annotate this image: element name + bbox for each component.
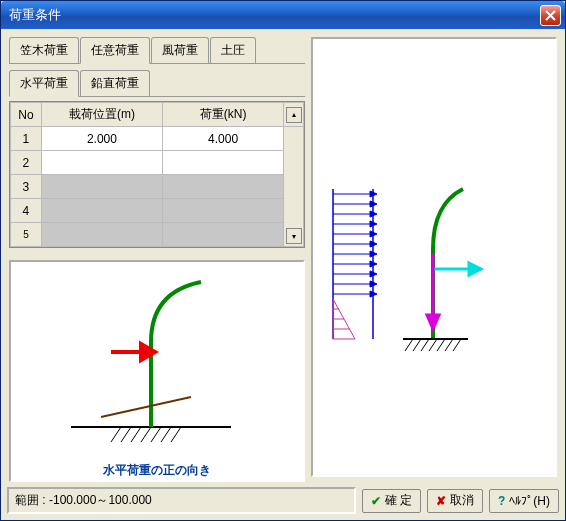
right-diagram-svg [313,39,543,475]
cell-pos-5[interactable] [41,223,162,247]
tab-kaze[interactable]: 風荷重 [151,37,209,63]
cross-icon: ✘ [436,494,446,508]
svg-line-6 [161,427,171,442]
tab-doatsu[interactable]: 土圧 [210,37,256,63]
table-row: 5 [11,223,304,247]
left-diagram-svg [11,262,303,456]
cell-pos-4[interactable] [41,199,162,223]
svg-marker-40 [469,263,481,275]
subtab-vertical[interactable]: 鉛直荷重 [80,70,150,96]
scrollbar-track[interactable]: ▾ [284,127,304,247]
cell-load-1[interactable]: 4.000 [162,127,283,151]
table-row: 1 2.000 4.000 ▾ [11,127,304,151]
svg-line-44 [405,339,413,351]
main-tabs: 笠木荷重 任意荷重 風荷重 土圧 [9,37,305,64]
window-title: 荷重条件 [9,6,540,24]
col-no: No [11,103,42,127]
tab-kasagi[interactable]: 笠木荷重 [9,37,79,63]
sub-tabs: 水平荷重 鉛直荷重 [9,70,305,97]
close-button[interactable] [540,5,561,26]
left-diagram: 水平荷重の正の向き [9,260,305,482]
cancel-button[interactable]: ✘取消 [427,489,483,513]
svg-line-3 [131,427,141,442]
cell-load-2[interactable] [162,151,283,175]
svg-line-48 [437,339,445,351]
cell-pos-1[interactable]: 2.000 [41,127,162,151]
confirm-button[interactable]: ✔確 定 [362,489,421,513]
subtab-horizontal[interactable]: 水平荷重 [9,70,79,97]
svg-line-46 [421,339,429,351]
svg-line-47 [429,339,437,351]
table-row: 3 [11,175,304,199]
cell-load-5[interactable] [162,223,283,247]
svg-line-5 [151,427,161,442]
check-icon: ✔ [371,494,381,508]
close-icon [545,10,556,21]
col-load: 荷重(kN) [162,103,283,127]
svg-line-49 [445,339,453,351]
svg-line-1 [111,427,121,442]
svg-marker-42 [427,315,439,329]
svg-line-8 [101,397,191,417]
scroll-up[interactable]: ▴ [286,107,302,123]
help-icon: ? [498,494,505,508]
tab-nini[interactable]: 任意荷重 [80,37,150,64]
cell-load-4[interactable] [162,199,283,223]
col-pos: 載荷位置(m) [41,103,162,127]
svg-line-4 [141,427,151,442]
left-diagram-caption: 水平荷重の正の向き [11,456,303,485]
help-button[interactable]: ?ﾍﾙﾌﾟ(H) [489,489,559,513]
table-row: 2 [11,151,304,175]
svg-line-45 [413,339,421,351]
scroll-down[interactable]: ▾ [286,228,302,244]
right-diagram [311,37,557,477]
cell-load-3[interactable] [162,175,283,199]
svg-line-2 [121,427,131,442]
table-row: 4 [11,199,304,223]
cell-pos-3[interactable] [41,175,162,199]
scroll-col: ▴ [284,103,304,127]
range-display: 範囲 : -100.000～100.000 [7,487,356,514]
svg-line-7 [171,427,181,442]
cell-pos-2[interactable] [41,151,162,175]
svg-line-50 [453,339,461,351]
titlebar: 荷重条件 [1,1,565,29]
load-table: No 載荷位置(m) 荷重(kN) ▴ 1 2.000 4.000 ▾ [9,101,305,248]
